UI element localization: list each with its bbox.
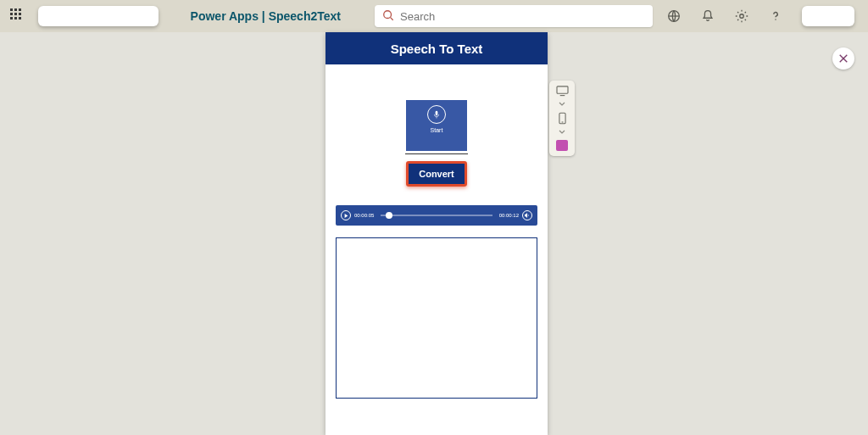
svg-rect-7 (436, 110, 438, 114)
search-wrap (375, 5, 653, 27)
svg-line-1 (391, 18, 393, 20)
convert-highlight: Convert (406, 161, 467, 187)
header-bar: Power Apps | Speech2Text (0, 0, 868, 32)
chevron-down-icon[interactable] (555, 102, 569, 107)
svg-point-4 (775, 19, 776, 20)
user-pill[interactable] (802, 6, 854, 26)
device-switcher (549, 81, 575, 156)
svg-point-3 (740, 14, 744, 19)
convert-button[interactable]: Convert (409, 164, 465, 184)
device-desktop[interactable] (555, 86, 569, 97)
app-launcher-icon[interactable] (10, 8, 25, 24)
microphone-icon (427, 105, 446, 124)
svg-marker-10 (525, 213, 527, 218)
device-phone[interactable] (555, 112, 569, 125)
settings-icon[interactable] (734, 8, 749, 24)
search-icon (382, 9, 394, 21)
close-button[interactable] (832, 47, 854, 70)
audio-current-time: 00:00:05 (354, 213, 374, 218)
device-orientation[interactable] (555, 140, 569, 151)
page-canvas: Speech To Text Start Convert 00:00:05 (0, 32, 868, 435)
output-textbox[interactable] (336, 237, 537, 399)
play-button[interactable] (341, 210, 351, 220)
microphone-label: Start (406, 127, 467, 133)
search-input[interactable] (375, 5, 653, 27)
volume-button[interactable] (522, 210, 532, 220)
environment-pill[interactable] (38, 6, 159, 26)
header-icons (666, 6, 854, 26)
environment-icon[interactable] (666, 8, 682, 24)
app-screen-title: Speech To Text (326, 32, 548, 64)
app-title: Power Apps | Speech2Text (191, 9, 341, 23)
help-icon[interactable] (768, 8, 783, 24)
audio-player: 00:00:05 00:00:12 (336, 205, 537, 226)
notifications-icon[interactable] (700, 8, 715, 24)
microphone-control[interactable]: Start (406, 100, 467, 151)
phone-preview: Speech To Text Start Convert 00:00:05 (326, 32, 548, 435)
svg-rect-11 (557, 86, 568, 93)
audio-thumb[interactable] (386, 212, 392, 219)
mic-underline (405, 153, 468, 154)
chevron-down-icon[interactable] (555, 130, 569, 135)
svg-point-0 (384, 11, 392, 19)
svg-marker-9 (344, 214, 348, 218)
audio-track[interactable] (381, 215, 492, 216)
audio-total-time: 00:00:12 (499, 213, 519, 218)
